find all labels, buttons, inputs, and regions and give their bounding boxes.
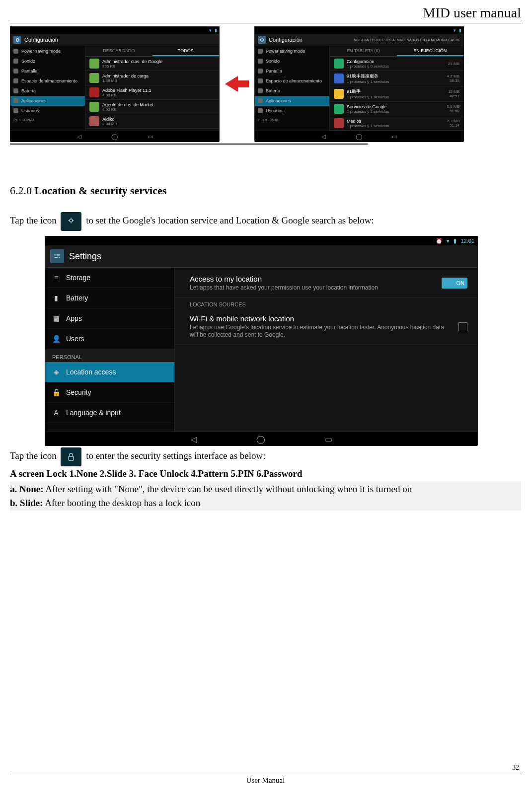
paragraph-1: Tap the icon to set the Google's locatio… [10, 212, 521, 231]
recent-icon[interactable]: ▭ [392, 133, 397, 140]
app-sub: 1 procesos y 0 servicios [347, 64, 389, 69]
sidebar-item-apps[interactable]: Aplicaciones [255, 96, 329, 106]
wifi-icon: ▾ [447, 238, 450, 244]
checkbox[interactable] [458, 322, 467, 331]
app-icon [334, 59, 344, 69]
sidebar-item-language[interactable]: A Language & input [45, 403, 174, 423]
settings-detail-panel: Access to my location Let apps that have… [175, 268, 477, 432]
recent-icon[interactable]: ▭ [148, 133, 153, 140]
storage-icon [13, 78, 18, 83]
svg-rect-9 [69, 456, 74, 460]
home-icon[interactable]: ◯ [356, 133, 362, 140]
battery-icon [13, 88, 18, 93]
app-row[interactable]: Almacenamiento de calendario1.38 MB [85, 129, 219, 131]
app-row[interactable]: Agente de obs. de Market4.00 KB [85, 100, 219, 114]
nav-bar: ◁ ◯ ▭ [10, 131, 219, 142]
tab-running[interactable]: EN EJECUCIÓN [397, 46, 464, 56]
location-icon: ◈ [52, 368, 60, 376]
recent-icon[interactable]: ▭ [325, 435, 332, 444]
app-row[interactable]: Administrador de carga1.38 MB [85, 71, 219, 85]
item-b-text: After booting the desktop has a lock ico… [43, 498, 201, 508]
sidebar-item[interactable]: Sonido [10, 56, 85, 66]
svg-point-0 [70, 219, 73, 222]
app-size: 836 KB [102, 64, 162, 69]
app-name: Aldiko [102, 117, 117, 122]
display-icon [13, 69, 18, 74]
back-icon[interactable]: ◁ [191, 435, 197, 444]
home-icon[interactable]: ◯ [256, 435, 265, 444]
sidebar-item[interactable]: Espacio de almacenamiento [255, 76, 329, 86]
app-row[interactable]: Adobe Flash Player 11.14.00 KB [85, 85, 219, 100]
home-icon[interactable]: ◯ [111, 133, 118, 140]
section-number: 6.2.0 [10, 184, 32, 197]
header-rule [10, 23, 521, 23]
status-bar: ▾ ▮ [255, 27, 463, 34]
app-icon [334, 104, 344, 114]
apps-icon [13, 98, 18, 103]
app-row[interactable]: Administrador ctas. de Google836 KB [85, 57, 219, 71]
app-sub: 1 procesos y 1 servicios [347, 109, 389, 114]
app-name: Medios [347, 119, 389, 124]
toggle-on[interactable]: ON [442, 278, 467, 289]
header-right-text: MOSTRAR PROCESOS ALMACENADOS EN LA MEMOR… [354, 38, 460, 42]
battery-icon: ▮ [52, 294, 60, 302]
tab-on-tablet[interactable]: EN TABLETA (0) [330, 46, 397, 56]
app-right-info: 23 MB [448, 62, 459, 66]
app-name: Servicios de Google [347, 104, 389, 109]
app-size: 4.00 KB [102, 93, 152, 97]
app-right-info: 4.2 MB56:35 [447, 74, 459, 83]
gear-icon: ⚙ [258, 36, 266, 44]
sidebar-item-battery[interactable]: ▮ Battery [45, 288, 174, 308]
app-size: 4.00 KB [102, 107, 153, 112]
doc-header-title: MID user manual [10, 5, 521, 21]
section-label-location-sources: LOCATION SOURCES [175, 297, 477, 309]
app-icon [334, 74, 344, 83]
svg-point-7 [55, 254, 57, 256]
sidebar-item-storage[interactable]: ≡ Storage [45, 268, 174, 288]
app-sub: 1 procesos y 1 servicios [347, 95, 389, 99]
tab-all[interactable]: TODOS [152, 46, 220, 56]
sidebar-item-users[interactable]: 👤 Users [45, 329, 174, 349]
users-icon [13, 108, 18, 113]
app-row[interactable]: Servicios de Google1 procesos y 1 servic… [330, 102, 463, 116]
wifi-icon: ▾ [454, 28, 456, 33]
app-name: Configuración [347, 59, 389, 64]
window-title-bar: ⚙ Configuración MOSTRAR PROCESOS ALMACEN… [255, 34, 463, 46]
sidebar-item[interactable]: Pantalla [10, 66, 85, 76]
footer-rule [10, 773, 521, 773]
sidebar-section-header: PERSONAL [255, 116, 329, 122]
sidebar-item[interactable]: Batería [10, 86, 85, 96]
setting-access-location[interactable]: Access to my location Let apps that have… [175, 270, 477, 297]
sidebar-item[interactable]: Usuarios [10, 106, 85, 116]
status-bar: ⏰ ▾ ▮ 12:01 [45, 236, 477, 245]
sidebar-item[interactable]: Usuarios [255, 106, 329, 116]
storage-icon: ≡ [52, 274, 60, 282]
sidebar-item[interactable]: Power saving mode [10, 46, 85, 56]
settings-sidebar: Power saving mode Sonido Pantalla Espaci… [255, 46, 330, 131]
sidebar-item[interactable]: Espacio de almacenamiento [10, 76, 85, 86]
top-screenshot-pair: ▾ ▮ ⚙ Configuración Power saving mode So… [10, 26, 521, 142]
sidebar-item[interactable]: Batería [255, 86, 329, 96]
sidebar-item[interactable]: Sonido [255, 56, 329, 66]
lock-icon: 🔒 [52, 388, 60, 396]
sidebar-item-location[interactable]: ◈ Location access [45, 362, 174, 382]
sidebar-item[interactable]: Power saving mode [255, 46, 329, 56]
sidebar-item-apps[interactable]: Aplicaciones [10, 96, 85, 106]
app-row[interactable]: Configuración1 procesos y 0 servicios23 … [330, 57, 463, 71]
footer-label: User Manual [10, 776, 521, 785]
sidebar-item-security[interactable]: 🔒 Security [45, 382, 174, 403]
settings-sidebar: ≡ Storage ▮ Battery ▦ Apps 👤 Users [45, 268, 175, 432]
app-size: 1.38 MB [102, 78, 149, 83]
tab-downloaded[interactable]: DESCARGADO [85, 46, 152, 56]
sidebar-item[interactable]: Pantalla [255, 66, 329, 76]
app-row[interactable]: 91助手1 procesos y 1 servicios15 MB42:57 [330, 86, 463, 102]
back-icon[interactable]: ◁ [77, 133, 81, 140]
app-row[interactable]: Medios1 procesos y 1 servicios7.3 MB51:1… [330, 116, 463, 131]
screenshot-location-access: ⏰ ▾ ▮ 12:01 Settings ≡ Storage ▮ [45, 236, 478, 445]
setting-wifi-location[interactable]: Wi-Fi & mobile network location Let apps… [175, 309, 477, 345]
sidebar-item-apps[interactable]: ▦ Apps [45, 308, 174, 329]
window-title: Configuración [24, 37, 58, 43]
app-row[interactable]: 91助手连接服务1 procesos y 1 servicios4.2 MB56… [330, 71, 463, 86]
app-row[interactable]: Aldiko2.04 MB [85, 114, 219, 129]
back-icon[interactable]: ◁ [321, 133, 326, 140]
